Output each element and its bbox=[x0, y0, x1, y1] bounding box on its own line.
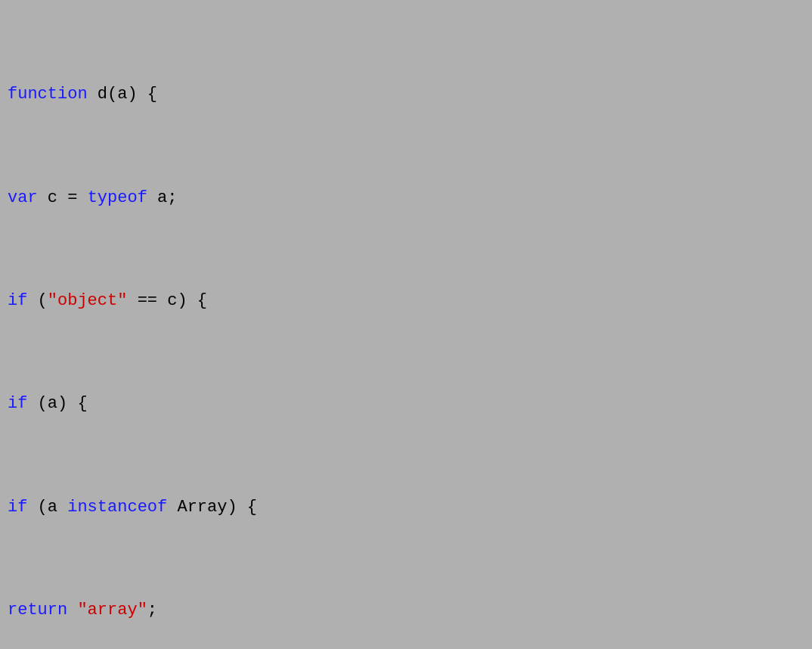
code-line-1: function d(a) { bbox=[8, 82, 804, 107]
code-line-6: return "array"; bbox=[8, 598, 804, 623]
code-viewer: function d(a) { var c = typeof a; if ("o… bbox=[0, 0, 812, 649]
code-line-4: if (a) { bbox=[8, 391, 804, 417]
code-line-3: if ("object" == c) { bbox=[8, 288, 804, 314]
code-line-2: var c = typeof a; bbox=[8, 185, 804, 211]
code-line-5: if (a instanceof Array) { bbox=[8, 495, 804, 520]
